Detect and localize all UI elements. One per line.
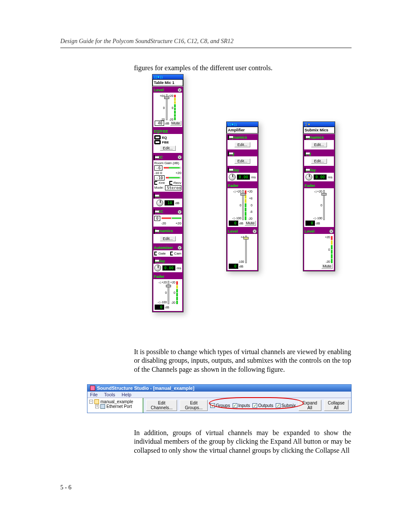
submix-checkbox[interactable]: ✓Submix (276, 403, 296, 408)
chevron-down-icon[interactable]: v (329, 229, 333, 233)
delay-value[interactable]: 0.00 (162, 265, 175, 271)
section-dynamics: Dynamics Edit... (303, 134, 335, 150)
section-fader-head[interactable]: Fader (153, 274, 183, 279)
tree-child[interactable]: + Ethernet Port (89, 404, 141, 409)
delay-knob[interactable] (154, 264, 161, 271)
eq-edit-button[interactable]: Edit... (160, 146, 176, 151)
delay-knob[interactable] (305, 174, 312, 180)
section-aec-head[interactable]: AEC v (153, 155, 183, 160)
section-eq-fbe-head[interactable]: EQ/FBE (153, 129, 183, 134)
level-value[interactable]: 40 (155, 121, 164, 126)
inputs-checkbox[interactable]: ✓Inputs (233, 403, 250, 408)
panel-titlebar-icons: ((●)) (153, 75, 183, 79)
gate-check[interactable] (154, 252, 157, 255)
delay-value[interactable]: 0.00 (314, 174, 327, 180)
tick: -20 (170, 301, 175, 304)
eq-edit-button[interactable]: Edit... (234, 159, 250, 164)
room-gain-value-2[interactable]: -10 (154, 175, 165, 180)
dyn-toggle[interactable] (228, 135, 229, 140)
delay-toggle[interactable] (154, 258, 155, 264)
delay-knob[interactable] (229, 174, 236, 180)
chevron-down-icon[interactable]: v (177, 88, 182, 92)
delay-toggle[interactable] (228, 168, 229, 173)
mute-button[interactable]: Mute (170, 121, 181, 126)
level-slider[interactable] (245, 236, 247, 263)
section-nc-head[interactable]: NC (153, 193, 183, 199)
fader-value[interactable]: 0 (229, 221, 238, 226)
fader-slider[interactable] (168, 281, 169, 304)
tree-collapse-icon[interactable]: − (89, 400, 93, 404)
nc-knob[interactable] (156, 199, 163, 206)
chevron-down-icon[interactable]: v (177, 155, 182, 159)
outputs-checkbox[interactable]: ✓Outputs (252, 403, 273, 408)
section-level-title: Level (154, 88, 164, 92)
dyn-edit-button[interactable]: Edit... (234, 142, 250, 147)
room-gain-slider-1[interactable] (164, 167, 181, 169)
fader-slider[interactable] (242, 190, 244, 220)
section-level-head[interactable]: Level v (153, 87, 183, 93)
tick-label: 0 (168, 106, 174, 109)
eq-toggle[interactable] (154, 135, 161, 140)
tk: -100 (235, 217, 241, 220)
fader-slider[interactable] (323, 190, 325, 220)
menu-file[interactable]: File (90, 392, 98, 397)
ethernet-icon (100, 404, 105, 409)
dyn-toggle[interactable] (305, 135, 305, 140)
recv-label: Recv (174, 181, 181, 185)
tree-expand-icon[interactable]: + (95, 404, 99, 408)
tick: 0 (170, 291, 175, 294)
section-delay-head[interactable]: Delay (153, 258, 183, 264)
menu-tools[interactable]: Tools (104, 392, 115, 397)
chevron-down-icon[interactable]: v (177, 210, 182, 214)
fader-value[interactable]: 0 (305, 221, 315, 226)
section-delay: Delay 0.00ms (303, 167, 335, 182)
level-value[interactable]: 0 (229, 264, 238, 269)
recv-check[interactable] (169, 181, 172, 185)
section-agc-head[interactable]: AGC v (153, 209, 183, 215)
agc-value[interactable]: 0 (154, 216, 160, 221)
mode-label: Mode: (154, 186, 164, 190)
aec-toggle[interactable] (154, 155, 155, 160)
fader-value[interactable]: 0 (155, 305, 164, 310)
mode-select[interactable]: Stereo (165, 185, 181, 190)
automixer-title: Automixer (154, 246, 173, 250)
tk: -20 (247, 217, 252, 220)
section-eq: EQ Edit... (227, 150, 258, 167)
edit-channels-button[interactable]: Edit Channels... (146, 400, 177, 411)
dyn-toggle[interactable] (154, 229, 155, 234)
dyn-edit-button[interactable]: Edit... (311, 142, 327, 147)
room-gain-slider-2[interactable] (166, 177, 181, 179)
fbe-toggle[interactable] (154, 140, 161, 144)
dyn-edit-button[interactable]: Edit... (160, 236, 176, 241)
groups-checkbox[interactable]: ✓Groups (210, 403, 230, 408)
scale-lo: -10 0 (154, 171, 162, 175)
xmt-label: Xmt (159, 181, 165, 185)
nc-value[interactable]: 10 (165, 200, 174, 205)
delay-toggle[interactable] (305, 168, 305, 173)
eq-toggle[interactable] (228, 151, 229, 156)
eq-edit-button[interactable]: Edit... (311, 159, 327, 164)
soundstructure-studio-window: SoundStructure Studio - [manual_example]… (87, 384, 352, 413)
nc-toggle[interactable] (154, 193, 155, 199)
section-dynamics-head[interactable]: Dynamics (153, 228, 183, 234)
cam-check[interactable] (170, 252, 173, 255)
collapse-all-button[interactable]: Collapse All (324, 400, 349, 411)
tree-root[interactable]: − manual_example (89, 399, 141, 404)
section-automixer-head[interactable]: Automixer v (153, 245, 183, 250)
chevron-down-icon[interactable]: v (252, 229, 257, 233)
chevron-down-icon[interactable]: v (177, 246, 182, 250)
delay-value[interactable]: 0.00 (237, 174, 250, 180)
xmt-check[interactable] (154, 181, 157, 185)
mute-button[interactable]: Mute (321, 264, 333, 269)
eq-toggle[interactable] (305, 151, 305, 156)
agc-toggle[interactable] (154, 209, 155, 215)
delay-unit: ms (177, 266, 181, 270)
menu-help[interactable]: Help (121, 392, 131, 397)
agc-slider[interactable] (162, 217, 181, 219)
room-gain-value-1[interactable]: -6 (154, 165, 162, 171)
edit-groups-button[interactable]: Edit Groups... (180, 400, 208, 411)
level-slider[interactable] (166, 94, 168, 120)
tk: +20 (247, 190, 252, 193)
expand-all-button[interactable]: Expand All (299, 400, 321, 411)
mute-button[interactable]: Mute (245, 221, 256, 226)
